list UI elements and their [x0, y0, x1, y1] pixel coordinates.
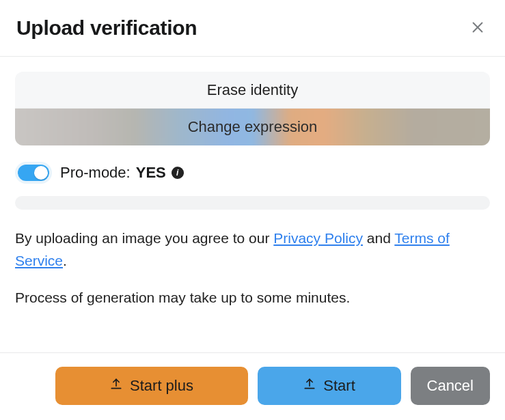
upload-verification-modal: Upload verification Erase identity Chang… [0, 0, 505, 420]
cancel-button[interactable]: Cancel [411, 367, 490, 405]
upload-icon [303, 377, 316, 395]
agreement-middle: and [363, 230, 394, 246]
agreement-prefix: By uploading an image you agree to our [15, 230, 273, 246]
agreement-text: By uploading an image you agree to our P… [15, 227, 490, 272]
upload-icon [109, 377, 123, 395]
privacy-policy-link[interactable]: Privacy Policy [273, 230, 363, 246]
start-plus-label: Start plus [130, 377, 193, 395]
start-plus-button[interactable]: Start plus [55, 367, 248, 405]
start-button[interactable]: Start [258, 367, 401, 405]
tab-erase-identity-label: Erase identity [207, 81, 298, 99]
modal-title: Upload verification [16, 16, 197, 40]
pro-mode-toggle[interactable] [15, 162, 52, 184]
start-label: Start [323, 377, 355, 395]
tab-erase-identity[interactable]: Erase identity [15, 72, 490, 109]
close-icon [470, 20, 485, 37]
agreement-suffix: . [63, 253, 67, 268]
modal-footer: Start plus Start Cancel [0, 352, 505, 420]
pro-mode-row: Pro-mode: YES i [15, 162, 490, 184]
info-icon[interactable]: i [172, 167, 184, 179]
generation-note: Process of generation may take up to som… [15, 290, 490, 306]
modal-header: Upload verification [0, 0, 505, 57]
tab-change-expression[interactable]: Change expression [15, 109, 490, 145]
progress-bar [15, 196, 490, 210]
pro-mode-label-text: Pro-mode: [60, 164, 131, 182]
close-button[interactable] [467, 17, 489, 39]
cancel-label: Cancel [427, 377, 474, 395]
pro-mode-value: YES [136, 164, 166, 182]
modal-body: Erase identity Change expression Pro-mod… [0, 57, 505, 352]
mode-selector: Erase identity Change expression [15, 72, 490, 145]
tab-change-expression-label: Change expression [188, 118, 318, 136]
pro-mode-label: Pro-mode: YES i [60, 164, 184, 182]
